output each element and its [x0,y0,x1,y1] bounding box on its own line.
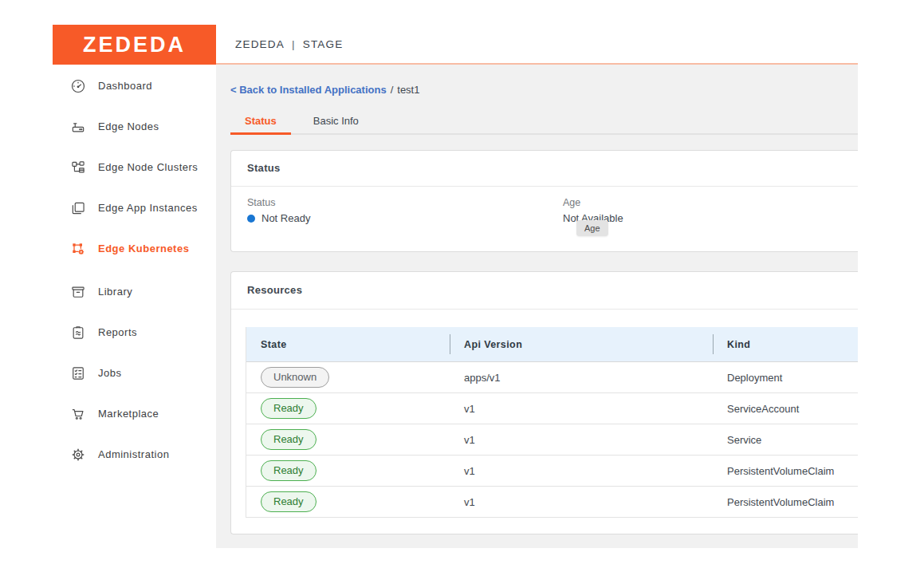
tab-bar: Status Basic Info [230,109,858,135]
resources-card-title: Resources [231,272,858,310]
sidebar-item-label: Library [98,286,132,298]
app-window: ZEDEDA ZEDEDA | STAGE Dashboard Edge Nod… [53,25,858,548]
status-field-value: Not Ready [261,212,310,224]
api-version-cell: v1 [450,393,713,424]
marketplace-icon [70,406,86,422]
table-row[interactable]: Ready v1 PersistentVolumeClaim [246,487,858,518]
api-version-cell: v1 [450,487,713,517]
state-badge: Ready [261,491,317,512]
resources-card: Resources State Api Version Kind Unknown… [230,271,858,534]
kind-cell: Deployment [713,362,858,392]
sidebar-item-edge-app-instances[interactable]: Edge App Instances [53,187,216,228]
administration-icon [70,447,86,463]
sidebar-item-marketplace[interactable]: Marketplace [53,393,216,434]
sidebar-item-dashboard[interactable]: Dashboard [53,65,216,106]
sidebar-item-label: Marketplace [98,408,159,420]
sidebar-item-edge-node-clusters[interactable]: Edge Node Clusters [53,147,216,187]
library-icon [70,284,86,300]
kind-cell: PersistentVolumeClaim [713,487,858,517]
sidebar-item-library[interactable]: Library [53,271,216,312]
table-row[interactable]: Unknown apps/v1 Deployment [246,362,858,393]
app-header: ZEDEDA ZEDEDA | STAGE [53,25,858,65]
main-content: < Back to Installed Applications / test1… [216,65,858,548]
zededa-logo[interactable]: ZEDEDA [53,25,216,65]
tab-status[interactable]: Status [230,109,291,135]
sidebar-item-label: Administration [98,448,169,460]
status-field-label: Status [247,197,563,208]
kind-cell: Service [713,424,858,455]
age-field-label: Age [563,197,623,208]
jobs-icon [70,365,86,381]
state-badge: Unknown [261,367,329,388]
sidebar-item-edge-nodes[interactable]: Edge Nodes [53,106,216,147]
reports-icon [70,325,86,341]
resources-table: State Api Version Kind Unknown apps/v1 D… [246,327,858,518]
sidebar: Dashboard Edge Nodes Edge Node Clusters … [53,65,216,548]
breadcrumb: < Back to Installed Applications / test1 [230,83,858,96]
api-version-cell: apps/v1 [450,362,713,392]
table-header-row: State Api Version Kind [246,327,858,362]
edge-kubernetes-icon [70,241,86,257]
column-header-kind: Kind [713,327,858,361]
kind-cell: PersistentVolumeClaim [713,456,858,486]
topbar-separator: | [292,38,296,50]
sidebar-item-edge-kubernetes[interactable]: Edge Kubernetes [53,228,216,269]
age-field: Age Not Available Age [563,197,623,224]
edge-app-instances-icon [70,200,86,216]
zededa-logo-text: ZEDEDA [83,33,186,57]
edge-node-clusters-icon [70,160,86,176]
sidebar-item-label: Edge Nodes [98,120,159,132]
status-field: Status Not Ready [247,197,563,224]
sidebar-item-administration[interactable]: Administration [53,434,216,475]
sidebar-item-label: Reports [98,326,137,338]
sidebar-item-jobs[interactable]: Jobs [53,353,216,393]
sidebar-item-label: Edge Kubernetes [98,243,189,254]
tab-basic-info[interactable]: Basic Info [299,109,373,135]
breadcrumb-separator: / [391,84,394,96]
topbar-env-label: STAGE [303,38,344,50]
sidebar-item-label: Jobs [98,367,121,379]
edge-nodes-icon [70,119,86,135]
table-row[interactable]: Ready v1 Service [246,424,858,456]
column-header-api-version: Api Version [450,327,713,361]
api-version-cell: v1 [450,424,713,455]
dashboard-icon [70,78,86,94]
state-badge: Ready [261,460,317,481]
top-bar: ZEDEDA | STAGE [216,25,858,65]
sidebar-item-label: Edge Node Clusters [98,161,198,173]
state-badge: Ready [261,429,317,450]
status-dot-icon [247,215,255,223]
sidebar-item-reports[interactable]: Reports [53,312,216,353]
age-tooltip: Age [576,220,608,236]
sidebar-item-label: Edge App Instances [98,202,198,214]
kind-cell: ServiceAccount [713,393,858,424]
breadcrumb-current: test1 [397,84,419,96]
back-to-installed-applications-link[interactable]: < Back to Installed Applications [230,84,387,96]
table-row[interactable]: Ready v1 PersistentVolumeClaim [246,456,858,487]
table-row[interactable]: Ready v1 ServiceAccount [246,393,858,424]
api-version-cell: v1 [450,456,713,486]
topbar-org-label: ZEDEDA [235,38,285,50]
column-header-state: State [246,327,450,361]
status-card-title: Status [231,151,858,187]
status-card: Status Status Not Ready Age Not Availabl… [230,150,858,252]
state-badge: Ready [261,398,317,419]
sidebar-item-label: Dashboard [98,80,152,92]
